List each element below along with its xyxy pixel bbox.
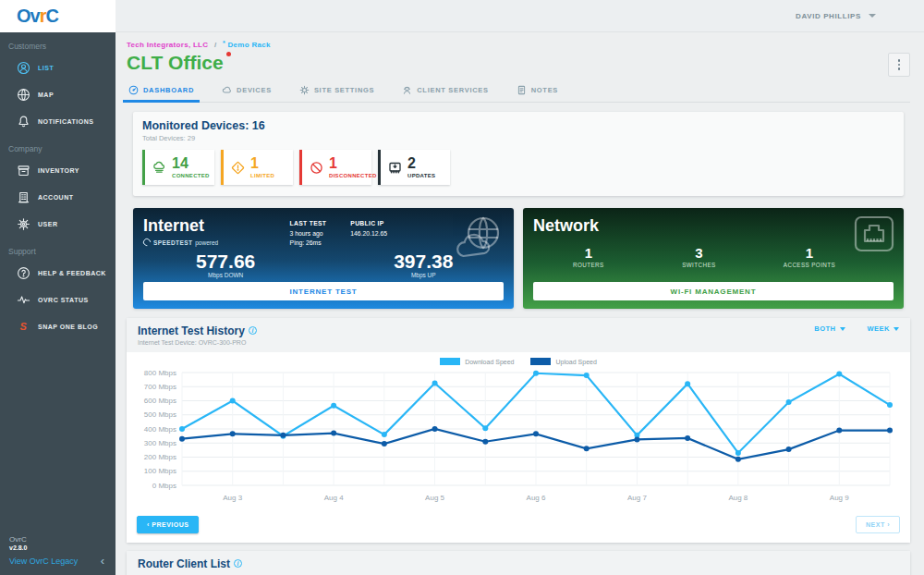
stat-card-disconnected[interactable]: 1 DISCONNECTED: [299, 150, 371, 185]
previous-button[interactable]: ‹ PREVIOUS: [137, 516, 199, 533]
tab-devices[interactable]: DEVICES: [220, 80, 274, 102]
notes-icon: [517, 85, 527, 95]
user-name: DAVID PHILLIPS: [796, 12, 861, 20]
internet-card: Internet SPEEDTEST powered LAST TEST 3 h…: [133, 208, 514, 309]
public-ip-block: PUBLIC IP 146.20.12.65: [350, 219, 387, 249]
stat-card-updates[interactable]: 2 UPDATES: [378, 150, 450, 185]
sidebar-item-label: OVRC STATUS: [38, 297, 89, 303]
wifi-management-button[interactable]: WI-FI MANAGEMENT: [533, 282, 894, 300]
page-title: CLT Office: [127, 52, 224, 74]
legend-download: Download Speed: [440, 358, 514, 365]
svg-text:0 Mbps: 0 Mbps: [152, 482, 176, 490]
sidebar-item-inventory[interactable]: INVENTORY: [0, 157, 116, 184]
router-list-title: Router Client List: [138, 557, 242, 570]
svg-text:Aug 7: Aug 7: [627, 494, 647, 502]
tab-site-settings[interactable]: SITE SETTINGS: [298, 80, 376, 102]
svg-text:100 Mbps: 100 Mbps: [144, 467, 176, 475]
globe-cloud-icon: [451, 215, 505, 265]
top-bar: OvrC DAVID PHILLIPS: [0, 0, 924, 32]
download-swatch: [440, 358, 460, 365]
speedtest-icon: [141, 237, 152, 247]
upload-speed: 397.38 Mbps UP: [394, 251, 453, 278]
devices-icon: [222, 85, 232, 95]
site-settings-icon: [299, 85, 310, 95]
info-icon[interactable]: [249, 326, 257, 335]
svg-text:700 Mbps: 700 Mbps: [144, 383, 176, 391]
sidebar-item-list[interactable]: LIST: [0, 55, 116, 81]
sidebar-section-support: Support: [0, 238, 116, 260]
dashboard-icon: [128, 85, 139, 95]
connected-cloud-icon: [152, 161, 167, 175]
more-options-button[interactable]: [888, 53, 910, 77]
sidebar-item-label: MAP: [38, 92, 54, 98]
upload-swatch: [530, 358, 551, 365]
breadcrumb-star: *: [223, 40, 225, 46]
sidebar-collapse-icon[interactable]: ‹: [101, 554, 110, 568]
internet-title: Internet: [143, 216, 266, 236]
sidebar-section-customers: Customers: [0, 32, 116, 55]
internet-test-button[interactable]: INTERNET TEST: [143, 282, 504, 300]
range-dropdown[interactable]: WEEK: [868, 324, 900, 333]
tab-client-services[interactable]: CLIENT SERVICES: [400, 80, 490, 102]
breadcrumb-current[interactable]: Demo Rack: [228, 41, 271, 49]
next-button[interactable]: NEXT ›: [856, 516, 900, 533]
snapone-icon: S: [17, 320, 30, 334]
breadcrumb-parent[interactable]: Tech Integrators, LLC: [127, 41, 208, 49]
sidebar-item-map[interactable]: MAP: [0, 81, 116, 108]
building-icon: [17, 190, 30, 204]
svg-text:Aug 3: Aug 3: [223, 494, 242, 502]
speed-history-chart[interactable]: 0 Mbps100 Mbps200 Mbps300 Mbps400 Mbps50…: [136, 365, 901, 506]
sidebar-item-help-feedback[interactable]: HELP & FEEDBACK: [0, 260, 116, 287]
download-speed: 577.66 Mbps DOWN: [196, 251, 255, 278]
view-legacy-link[interactable]: View OvrC Legacy: [9, 557, 78, 566]
info-icon[interactable]: [234, 559, 242, 568]
switches-stat: 3 SWITCHES: [644, 245, 755, 268]
routers-stat: 1 ROUTERS: [533, 245, 644, 268]
svg-text:Aug 9: Aug 9: [830, 494, 849, 502]
firmware-update-icon: [387, 161, 403, 175]
map-icon: [17, 88, 30, 102]
sidebar-footer: OvrC v2.8.0 View OvrC Legacy ‹: [9, 535, 110, 568]
inventory-icon: [17, 164, 30, 177]
sidebar: Customers LIST MAP NOTIFICATIONS Company…: [0, 32, 116, 575]
tab-notes[interactable]: NOTES: [515, 80, 560, 102]
main-content: Tech Integrators, LLC / * Demo Rack CLT …: [116, 32, 924, 575]
bell-icon: [17, 115, 30, 128]
ovrc-logo-text: OvrC: [17, 6, 58, 27]
breadcrumb: Tech Integrators, LLC / * Demo Rack: [127, 40, 271, 49]
sidebar-item-label: LIST: [38, 65, 54, 71]
ovrc-logo[interactable]: OvrC: [0, 0, 116, 32]
limited-warning-icon: [230, 161, 246, 175]
sidebar-item-label: NOTIFICATIONS: [38, 118, 93, 125]
monitored-devices-panel: Monitored Devices: 16 Total Devices: 29 …: [133, 112, 904, 196]
ethernet-port-icon: [854, 215, 894, 256]
svg-text:300 Mbps: 300 Mbps: [144, 439, 176, 447]
router-client-list-panel: Router Client List STATUS DEVICE NAME MA…: [127, 551, 910, 575]
sidebar-item-user[interactable]: USER: [0, 211, 116, 238]
unread-indicator: [226, 52, 231, 56]
breadcrumb-separator: /: [214, 41, 217, 49]
svg-text:200 Mbps: 200 Mbps: [144, 453, 176, 461]
list-icon: [17, 61, 30, 75]
svg-text:500 Mbps: 500 Mbps: [144, 410, 176, 419]
svg-text:Aug 6: Aug 6: [527, 494, 546, 502]
svg-text:Aug 4: Aug 4: [324, 494, 344, 502]
stat-card-limited[interactable]: 1 LIMITED: [221, 150, 293, 185]
svg-text:400 Mbps: 400 Mbps: [144, 425, 176, 434]
tab-dashboard[interactable]: DASHBOARD: [127, 80, 196, 102]
chart-legend: Download Speed Upload Speed: [136, 358, 901, 365]
svg-text:800 Mbps: 800 Mbps: [144, 369, 176, 377]
stat-card-connected[interactable]: 14 CONNECTED: [142, 150, 214, 185]
sidebar-item-ovrc-status[interactable]: OVRC STATUS: [0, 287, 116, 313]
monitored-devices-title: Monitored Devices: 16: [142, 119, 894, 132]
svg-text:Aug 5: Aug 5: [425, 494, 444, 502]
sidebar-item-account[interactable]: ACCOUNT: [0, 184, 116, 211]
speedtest-logo: SPEEDTEST powered: [143, 239, 266, 246]
user-menu[interactable]: DAVID PHILLIPS: [796, 12, 876, 20]
sidebar-item-snap-one-blog[interactable]: S SNAP ONE BLOG: [0, 313, 116, 340]
sidebar-item-notifications[interactable]: NOTIFICATIONS: [0, 108, 116, 135]
sidebar-version: v2.8.0: [9, 544, 110, 551]
last-test-block: LAST TEST 3 hours ago Ping: 26ms: [290, 219, 327, 249]
sidebar-item-label: INVENTORY: [38, 167, 79, 174]
series-filter-dropdown[interactable]: BOTH: [814, 324, 845, 333]
